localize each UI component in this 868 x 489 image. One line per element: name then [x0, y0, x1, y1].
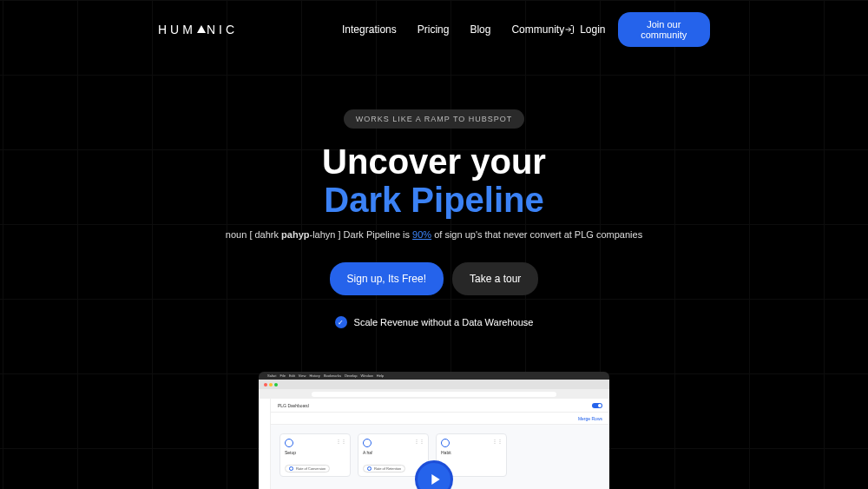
hero-sub-mid: -lahyn ] Dark Pipeline is: [309, 229, 412, 240]
merge-rows-link: Merge Rows: [578, 416, 602, 421]
check-icon: ✓: [335, 316, 347, 328]
logo[interactable]: HUM NIC: [158, 23, 238, 36]
browser-chrome: [259, 380, 609, 399]
header-right: Login Join our community: [564, 12, 710, 47]
app-subbar: Merge Rows: [271, 413, 609, 425]
logo-text-pre: HUM: [158, 23, 196, 36]
nav-integrations[interactable]: Integrations: [342, 23, 397, 36]
card-title: A ha!: [363, 450, 424, 455]
app-sidebar: [259, 399, 271, 489]
app-screenshot: PLG Dashboard Merge Rows ⋮⋮ Setup Rate o…: [259, 399, 609, 489]
logo-text-post: NIC: [207, 23, 238, 36]
card-icon: [441, 439, 450, 447]
hero-sub-post: of sign up's that never convert at PLG c…: [431, 229, 642, 240]
hero-sub-pre: noun [ dahrk: [226, 229, 281, 240]
card-title: Setup: [285, 450, 345, 455]
join-community-button[interactable]: Join our community: [618, 12, 710, 47]
app-topbar: PLG Dashboard: [271, 399, 609, 413]
close-icon: [264, 383, 267, 387]
hero-sub-bold: pahyp: [281, 229, 309, 240]
card-pill: Rate of Conversion: [285, 465, 330, 472]
svg-marker-1: [431, 474, 439, 485]
browser-tabs: [259, 380, 609, 389]
nav-pricing[interactable]: Pricing: [418, 23, 450, 36]
card-icon: [363, 439, 372, 447]
url-field: [312, 392, 557, 397]
mac-menu-edit: Edit: [289, 373, 295, 378]
mac-menu-develop: Develop: [345, 373, 358, 378]
hero-sub-pct: 90%: [412, 229, 431, 240]
login-label: Login: [580, 23, 605, 36]
card-pill: Rate of Retention: [363, 465, 405, 472]
demo-video[interactable]: Safari File Edit View History Bookmarks …: [259, 372, 609, 489]
mac-menu-window: Window: [361, 373, 373, 378]
play-icon: [429, 472, 443, 486]
hero-title-line1: Uncover your: [322, 142, 546, 181]
hero-ctas: Sign up, Its Free! Take a tour: [0, 262, 868, 295]
mac-menu-safari: Safari: [267, 373, 276, 378]
login-icon: [564, 24, 575, 35]
dashboard-title: PLG Dashboard: [278, 403, 309, 408]
card-icon: [285, 439, 293, 447]
logo-a-glyph: [197, 25, 206, 33]
grip-icon: ⋮⋮: [414, 438, 424, 444]
mac-menu-help: Help: [377, 373, 384, 378]
nav-community[interactable]: Community: [511, 23, 564, 36]
toggle-switch: [592, 403, 602, 408]
mac-menubar: Safari File Edit View History Bookmarks …: [259, 372, 609, 380]
mac-menu-file: File: [279, 373, 285, 378]
mac-menu-history: History: [309, 373, 319, 378]
login-link[interactable]: Login: [564, 23, 605, 36]
primary-nav: Integrations Pricing Blog Community: [342, 23, 564, 36]
url-bar: [259, 389, 609, 399]
hero-title: Uncover your Dark Pipeline: [0, 142, 868, 219]
maximize-icon: [274, 383, 278, 387]
take-tour-button[interactable]: Take a tour: [452, 262, 538, 295]
hero-badge: WORKS LIKE A RAMP TO HUBSPOT: [344, 109, 525, 129]
minimize-icon: [269, 383, 273, 387]
grip-icon: ⋮⋮: [336, 438, 346, 444]
grip-icon: ⋮⋮: [492, 438, 503, 444]
signup-button[interactable]: Sign up, Its Free!: [330, 262, 444, 295]
card-setup: ⋮⋮ Setup Rate of Conversion: [279, 433, 351, 477]
card-title: Habit: [441, 450, 502, 455]
traffic-lights: [264, 383, 278, 387]
hero-section: WORKS LIKE A RAMP TO HUBSPOT Uncover you…: [0, 59, 868, 328]
mac-menu-view: View: [299, 373, 306, 378]
site-header: HUM NIC Integrations Pricing Blog Commun…: [0, 0, 868, 59]
hero-title-line2: Dark Pipeline: [324, 181, 543, 219]
nav-blog[interactable]: Blog: [470, 23, 490, 36]
hero-subtitle: noun [ dahrk pahyp-lahyn ] Dark Pipeline…: [0, 229, 868, 240]
mac-menu-bookmarks: Bookmarks: [324, 373, 341, 378]
hero-feature-text: Scale Revenue without a Data Warehouse: [354, 317, 534, 327]
hero-feature: ✓ Scale Revenue without a Data Warehouse: [0, 316, 868, 328]
